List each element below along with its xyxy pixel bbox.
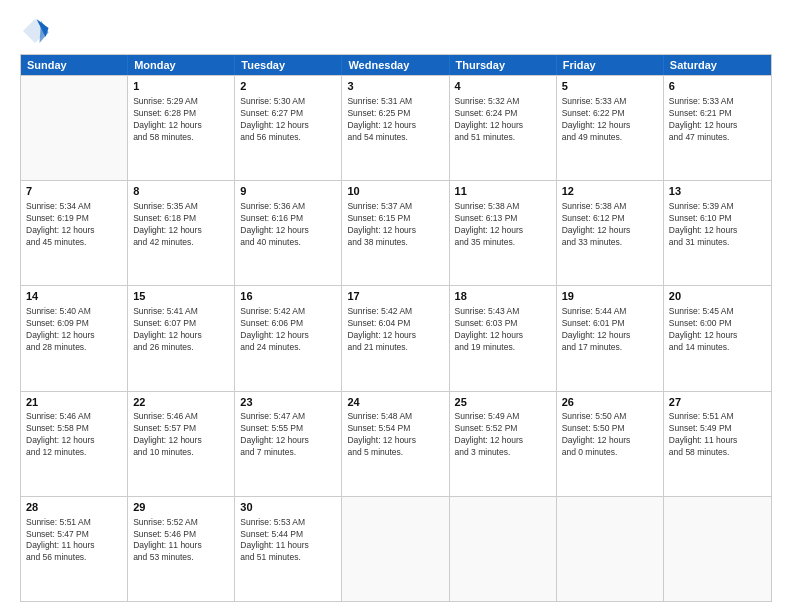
cal-cell-26: 26Sunrise: 5:50 AM Sunset: 5:50 PM Dayli… [557,392,664,496]
day-number: 28 [26,500,122,515]
cal-cell-30: 30Sunrise: 5:53 AM Sunset: 5:44 PM Dayli… [235,497,342,601]
cal-cell-3: 3Sunrise: 5:31 AM Sunset: 6:25 PM Daylig… [342,76,449,180]
day-number: 4 [455,79,551,94]
cal-cell-22: 22Sunrise: 5:46 AM Sunset: 5:57 PM Dayli… [128,392,235,496]
cal-header-wednesday: Wednesday [342,55,449,75]
cell-info: Sunrise: 5:34 AM Sunset: 6:19 PM Dayligh… [26,201,122,249]
cal-cell-empty-4-6 [664,497,771,601]
cal-cell-17: 17Sunrise: 5:42 AM Sunset: 6:04 PM Dayli… [342,286,449,390]
cell-info: Sunrise: 5:49 AM Sunset: 5:52 PM Dayligh… [455,411,551,459]
day-number: 24 [347,395,443,410]
cal-header-friday: Friday [557,55,664,75]
cal-row-3: 21Sunrise: 5:46 AM Sunset: 5:58 PM Dayli… [21,391,771,496]
cell-info: Sunrise: 5:31 AM Sunset: 6:25 PM Dayligh… [347,96,443,144]
cal-cell-11: 11Sunrise: 5:38 AM Sunset: 6:13 PM Dayli… [450,181,557,285]
cal-row-0: 1Sunrise: 5:29 AM Sunset: 6:28 PM Daylig… [21,75,771,180]
cell-info: Sunrise: 5:53 AM Sunset: 5:44 PM Dayligh… [240,517,336,565]
cell-info: Sunrise: 5:44 AM Sunset: 6:01 PM Dayligh… [562,306,658,354]
day-number: 16 [240,289,336,304]
calendar-body: 1Sunrise: 5:29 AM Sunset: 6:28 PM Daylig… [21,75,771,601]
cell-info: Sunrise: 5:51 AM Sunset: 5:47 PM Dayligh… [26,517,122,565]
cal-cell-16: 16Sunrise: 5:42 AM Sunset: 6:06 PM Dayli… [235,286,342,390]
cell-info: Sunrise: 5:29 AM Sunset: 6:28 PM Dayligh… [133,96,229,144]
cell-info: Sunrise: 5:33 AM Sunset: 6:21 PM Dayligh… [669,96,766,144]
calendar-header-row: SundayMondayTuesdayWednesdayThursdayFrid… [21,55,771,75]
cell-info: Sunrise: 5:52 AM Sunset: 5:46 PM Dayligh… [133,517,229,565]
cal-cell-empty-0-0 [21,76,128,180]
day-number: 14 [26,289,122,304]
day-number: 10 [347,184,443,199]
cal-cell-19: 19Sunrise: 5:44 AM Sunset: 6:01 PM Dayli… [557,286,664,390]
cell-info: Sunrise: 5:46 AM Sunset: 5:57 PM Dayligh… [133,411,229,459]
page: SundayMondayTuesdayWednesdayThursdayFrid… [0,0,792,612]
cal-cell-27: 27Sunrise: 5:51 AM Sunset: 5:49 PM Dayli… [664,392,771,496]
cell-info: Sunrise: 5:38 AM Sunset: 6:12 PM Dayligh… [562,201,658,249]
day-number: 9 [240,184,336,199]
cal-cell-2: 2Sunrise: 5:30 AM Sunset: 6:27 PM Daylig… [235,76,342,180]
cell-info: Sunrise: 5:40 AM Sunset: 6:09 PM Dayligh… [26,306,122,354]
day-number: 1 [133,79,229,94]
cell-info: Sunrise: 5:33 AM Sunset: 6:22 PM Dayligh… [562,96,658,144]
day-number: 5 [562,79,658,94]
cal-cell-empty-4-4 [450,497,557,601]
cell-info: Sunrise: 5:45 AM Sunset: 6:00 PM Dayligh… [669,306,766,354]
cell-info: Sunrise: 5:47 AM Sunset: 5:55 PM Dayligh… [240,411,336,459]
cal-cell-18: 18Sunrise: 5:43 AM Sunset: 6:03 PM Dayli… [450,286,557,390]
cell-info: Sunrise: 5:48 AM Sunset: 5:54 PM Dayligh… [347,411,443,459]
day-number: 6 [669,79,766,94]
day-number: 27 [669,395,766,410]
cal-cell-7: 7Sunrise: 5:34 AM Sunset: 6:19 PM Daylig… [21,181,128,285]
cal-cell-10: 10Sunrise: 5:37 AM Sunset: 6:15 PM Dayli… [342,181,449,285]
cal-cell-28: 28Sunrise: 5:51 AM Sunset: 5:47 PM Dayli… [21,497,128,601]
cell-info: Sunrise: 5:42 AM Sunset: 6:04 PM Dayligh… [347,306,443,354]
cal-cell-5: 5Sunrise: 5:33 AM Sunset: 6:22 PM Daylig… [557,76,664,180]
day-number: 8 [133,184,229,199]
day-number: 13 [669,184,766,199]
cal-cell-21: 21Sunrise: 5:46 AM Sunset: 5:58 PM Dayli… [21,392,128,496]
cal-header-sunday: Sunday [21,55,128,75]
cell-info: Sunrise: 5:37 AM Sunset: 6:15 PM Dayligh… [347,201,443,249]
cal-cell-4: 4Sunrise: 5:32 AM Sunset: 6:24 PM Daylig… [450,76,557,180]
cal-cell-6: 6Sunrise: 5:33 AM Sunset: 6:21 PM Daylig… [664,76,771,180]
cell-info: Sunrise: 5:51 AM Sunset: 5:49 PM Dayligh… [669,411,766,459]
day-number: 25 [455,395,551,410]
cell-info: Sunrise: 5:46 AM Sunset: 5:58 PM Dayligh… [26,411,122,459]
day-number: 15 [133,289,229,304]
cal-row-4: 28Sunrise: 5:51 AM Sunset: 5:47 PM Dayli… [21,496,771,601]
cal-row-2: 14Sunrise: 5:40 AM Sunset: 6:09 PM Dayli… [21,285,771,390]
day-number: 29 [133,500,229,515]
day-number: 11 [455,184,551,199]
cal-cell-23: 23Sunrise: 5:47 AM Sunset: 5:55 PM Dayli… [235,392,342,496]
header [20,16,772,46]
day-number: 12 [562,184,658,199]
logo [20,16,54,46]
cal-cell-9: 9Sunrise: 5:36 AM Sunset: 6:16 PM Daylig… [235,181,342,285]
cell-info: Sunrise: 5:39 AM Sunset: 6:10 PM Dayligh… [669,201,766,249]
cal-cell-20: 20Sunrise: 5:45 AM Sunset: 6:00 PM Dayli… [664,286,771,390]
cell-info: Sunrise: 5:35 AM Sunset: 6:18 PM Dayligh… [133,201,229,249]
cal-cell-25: 25Sunrise: 5:49 AM Sunset: 5:52 PM Dayli… [450,392,557,496]
cell-info: Sunrise: 5:43 AM Sunset: 6:03 PM Dayligh… [455,306,551,354]
cal-cell-1: 1Sunrise: 5:29 AM Sunset: 6:28 PM Daylig… [128,76,235,180]
cal-cell-24: 24Sunrise: 5:48 AM Sunset: 5:54 PM Dayli… [342,392,449,496]
cal-cell-empty-4-3 [342,497,449,601]
day-number: 17 [347,289,443,304]
cal-cell-15: 15Sunrise: 5:41 AM Sunset: 6:07 PM Dayli… [128,286,235,390]
cell-info: Sunrise: 5:36 AM Sunset: 6:16 PM Dayligh… [240,201,336,249]
cell-info: Sunrise: 5:32 AM Sunset: 6:24 PM Dayligh… [455,96,551,144]
cell-info: Sunrise: 5:38 AM Sunset: 6:13 PM Dayligh… [455,201,551,249]
day-number: 22 [133,395,229,410]
day-number: 21 [26,395,122,410]
day-number: 7 [26,184,122,199]
cal-cell-14: 14Sunrise: 5:40 AM Sunset: 6:09 PM Dayli… [21,286,128,390]
cal-cell-13: 13Sunrise: 5:39 AM Sunset: 6:10 PM Dayli… [664,181,771,285]
cal-cell-8: 8Sunrise: 5:35 AM Sunset: 6:18 PM Daylig… [128,181,235,285]
day-number: 20 [669,289,766,304]
logo-icon [20,16,50,46]
day-number: 18 [455,289,551,304]
day-number: 23 [240,395,336,410]
day-number: 3 [347,79,443,94]
cell-info: Sunrise: 5:42 AM Sunset: 6:06 PM Dayligh… [240,306,336,354]
cal-row-1: 7Sunrise: 5:34 AM Sunset: 6:19 PM Daylig… [21,180,771,285]
cell-info: Sunrise: 5:30 AM Sunset: 6:27 PM Dayligh… [240,96,336,144]
